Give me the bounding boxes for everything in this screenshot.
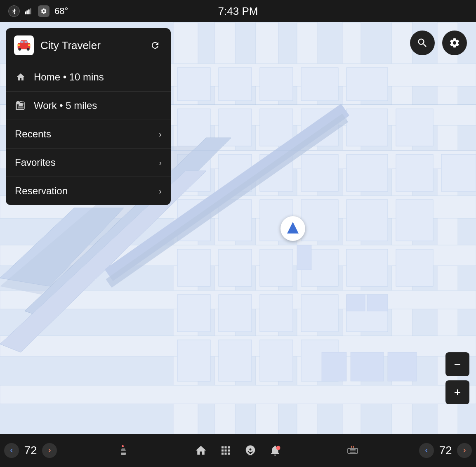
svg-rect-46 [260,249,293,286]
car-svg-icon [17,38,31,52]
svg-rect-52 [260,295,293,332]
nav-panel-title: City Traveler [40,39,141,52]
svg-rect-41 [301,200,338,241]
svg-rect-1 [26,10,28,14]
left-temp-control: 72 [4,443,57,458]
location-circle [280,216,305,241]
status-left: 68° [8,5,68,17]
status-time: 7:43 PM [218,5,258,18]
svg-rect-34 [301,154,338,191]
svg-rect-53 [301,295,338,332]
svg-rect-55 [177,340,210,381]
svg-rect-56 [219,340,252,381]
notification-button[interactable] [264,440,286,461]
svg-rect-42 [346,200,388,241]
svg-rect-49 [396,249,433,286]
favorites-item-label: Favorites [15,157,151,168]
bottom-bar: 72 [0,434,476,467]
svg-rect-23 [301,68,338,101]
svg-rect-24 [346,68,388,101]
zoom-in-button[interactable] [445,380,469,404]
svg-rect-48 [346,249,388,286]
status-temperature: 68° [54,6,68,17]
svg-rect-21 [219,68,252,101]
svg-rect-70 [351,352,384,381]
status-bar: 68° 7:43 PM [0,0,476,22]
home-icon [15,71,26,83]
map-area[interactable]: City Traveler Home • 10 mins [0,22,476,434]
apps-nav-button[interactable] [215,440,236,461]
nav-item-recents[interactable]: Recents › [6,120,171,149]
work-icon [15,100,26,111]
work-item-label: Work • 5 miles [34,100,162,111]
rear-defrost-button[interactable] [342,440,363,461]
svg-rect-82 [19,103,23,106]
reservation-arrow-icon: › [159,186,162,196]
refresh-button[interactable] [148,38,163,53]
center-nav-icons [190,440,286,461]
home-item-label: Home • 10 mins [34,71,162,83]
svg-rect-37 [441,154,476,191]
svg-rect-44 [177,249,210,286]
nav-item-work[interactable]: Work • 5 miles [6,92,171,120]
right-temperature-value: 72 [436,444,455,457]
favorites-arrow-icon: › [159,158,162,167]
left-temp-decrease-button[interactable] [4,443,19,458]
recents-item-label: Recents [15,128,151,140]
recents-arrow-icon: › [159,130,162,139]
map-settings-button[interactable] [442,31,467,55]
navigation-arrow [287,222,299,234]
svg-point-84 [276,446,280,450]
zoom-out-button[interactable] [445,352,469,376]
svg-rect-75 [18,48,21,51]
svg-rect-3 [30,8,31,14]
nav-item-reservation[interactable]: Reservation › [6,177,171,205]
svg-rect-83 [18,106,24,108]
svg-rect-35 [346,154,388,191]
bluetooth-icon [8,5,20,17]
svg-rect-20 [177,68,210,101]
svg-rect-29 [346,109,388,146]
svg-rect-50 [177,295,210,332]
svg-rect-78 [25,41,28,43]
svg-rect-27 [260,109,293,146]
seat-heat-button[interactable] [113,440,134,461]
svg-rect-79 [18,44,20,46]
svg-rect-71 [388,352,417,381]
right-temp-control: 72 [419,443,472,458]
svg-rect-80 [28,44,30,46]
svg-rect-66 [346,295,365,311]
svg-rect-36 [396,154,433,191]
svg-rect-67 [367,295,388,311]
svg-rect-2 [28,9,29,14]
svg-rect-57 [260,340,293,381]
svg-rect-51 [219,295,252,332]
svg-rect-76 [27,48,30,51]
home-nav-button[interactable] [190,440,212,461]
nav-item-favorites[interactable]: Favorites › [6,149,171,177]
svg-rect-19 [0,385,476,404]
svg-rect-30 [396,109,433,146]
nav-panel: City Traveler Home • 10 mins [6,28,171,205]
svg-rect-68 [297,245,311,270]
fan-button[interactable] [240,440,261,461]
svg-rect-69 [322,352,346,381]
svg-rect-22 [260,68,293,101]
map-search-button[interactable] [410,31,435,55]
app-icon [14,35,34,55]
status-icons [8,5,49,17]
svg-rect-77 [21,41,24,43]
nav-item-home[interactable]: Home • 10 mins [6,63,171,92]
signal-icon [23,5,35,17]
svg-rect-43 [396,200,433,241]
reservation-item-label: Reservation [15,185,151,197]
system-settings-icon[interactable] [38,5,49,17]
right-temp-increase-button[interactable] [457,443,472,458]
nav-header: City Traveler [6,28,171,63]
location-marker [280,216,305,241]
right-temp-decrease-button[interactable] [419,443,434,458]
left-temperature-value: 72 [21,444,40,457]
svg-rect-0 [25,12,26,14]
svg-rect-45 [219,249,252,286]
left-temp-increase-button[interactable] [42,443,57,458]
